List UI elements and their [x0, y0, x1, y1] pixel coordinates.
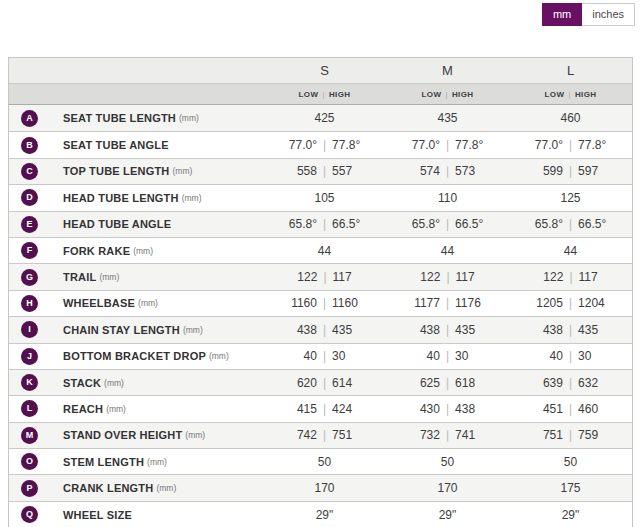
- value-cell-m: 110: [386, 191, 509, 205]
- low-high-header-row: LOW|HIGH LOW|HIGH LOW|HIGH: [9, 83, 632, 105]
- value-cell-m: 65.8°|66.5°: [386, 217, 509, 231]
- measurement-label-cell: O STEM LENGTH (mm): [9, 453, 263, 470]
- value-cell-l: 125: [509, 191, 632, 205]
- row-label: TOP TUBE LENGTH: [63, 165, 170, 177]
- value-cell-l: 65.8°|66.5°: [509, 217, 632, 231]
- pipe-separator: |: [569, 349, 572, 363]
- measurement-value: 625: [420, 376, 440, 390]
- measurement-value: 110: [438, 191, 457, 205]
- row-label: REACH: [63, 403, 103, 415]
- table-row: F FORK RAKE (mm) 44 44 44: [9, 237, 632, 263]
- row-letter-badge: F: [21, 242, 38, 259]
- value-cell-s: 620|614: [263, 376, 386, 390]
- low-high-header-l: LOW|HIGH: [509, 90, 632, 99]
- row-label: STAND OVER HEIGHT: [63, 429, 182, 441]
- value-cell-s: 558|557: [263, 164, 386, 178]
- value-cell-s: 65.8°|66.5°: [263, 217, 386, 231]
- row-label: SEAT TUBE ANGLE: [63, 139, 169, 151]
- row-letter-badge: P: [21, 480, 38, 497]
- measurement-value: 77.0°: [412, 138, 440, 152]
- pipe-separator: |: [323, 349, 326, 363]
- row-label: STACK: [63, 377, 101, 389]
- measurement-value: 66.5°: [578, 217, 606, 231]
- pipe-separator: |: [569, 217, 572, 231]
- value-cell-m: 1177|1176: [386, 296, 509, 310]
- measurement-value: 30: [578, 349, 591, 363]
- row-unit: (mm): [104, 378, 124, 388]
- measurement-value: 117: [333, 270, 352, 284]
- value-cell-m: 732|741: [386, 428, 509, 442]
- measurement-value: 66.5°: [332, 217, 360, 231]
- pipe-separator: |: [446, 402, 449, 416]
- row-letter-badge: I: [21, 321, 38, 338]
- table-row: B SEAT TUBE ANGLE 77.0°|77.8° 77.0°|77.8…: [9, 131, 632, 157]
- measurement-label-cell: E HEAD TUBE ANGLE: [9, 216, 263, 233]
- measurement-label-cell: G TRAIL (mm): [9, 269, 263, 286]
- size-header-l: L: [509, 63, 632, 78]
- value-cell-m: 438|435: [386, 323, 509, 337]
- measurement-value: 44: [564, 244, 577, 258]
- row-unit: (mm): [209, 351, 229, 361]
- measurement-value: 40: [550, 349, 563, 363]
- row-letter-badge: D: [21, 189, 38, 206]
- pipe-separator: |: [323, 270, 326, 284]
- row-unit: (mm): [182, 193, 202, 203]
- measurement-label-cell: M STAND OVER HEIGHT (mm): [9, 427, 263, 444]
- table-row: M STAND OVER HEIGHT (mm) 742|751 732|741…: [9, 422, 632, 448]
- mm-toggle-button[interactable]: mm: [542, 3, 582, 26]
- measurement-value: 122: [297, 270, 317, 284]
- value-cell-s: 40|30: [263, 349, 386, 363]
- size-header-row: S M L: [9, 58, 632, 83]
- row-label: SEAT TUBE LENGTH: [63, 112, 176, 124]
- measurement-value: 77.8°: [455, 138, 483, 152]
- pipe-separator: |: [323, 138, 326, 152]
- measurement-value: 618: [455, 376, 475, 390]
- measurement-value: 751: [332, 428, 352, 442]
- value-cell-s: 50: [263, 455, 386, 469]
- measurement-value: 1204: [578, 296, 605, 310]
- value-cell-s: 438|435: [263, 323, 386, 337]
- row-label: CHAIN STAY LENGTH: [63, 324, 180, 336]
- measurement-label-cell: D HEAD TUBE LENGTH (mm): [9, 189, 263, 206]
- pipe-separator: |: [569, 323, 572, 337]
- measurement-value: 50: [318, 455, 331, 469]
- measurement-value: 460: [578, 402, 598, 416]
- pipe-separator: |: [446, 376, 449, 390]
- measurement-label-cell: J BOTTOM BRACKET DROP (mm): [9, 348, 263, 365]
- measurement-value: 170: [437, 481, 457, 495]
- inches-toggle-button[interactable]: inches: [582, 3, 635, 26]
- pipe-separator: |: [446, 217, 449, 231]
- value-cell-m: 625|618: [386, 376, 509, 390]
- value-cell-l: 50: [509, 455, 632, 469]
- pipe-separator: |: [568, 90, 570, 99]
- value-cell-m: 435: [386, 111, 509, 125]
- value-cell-m: 122|117: [386, 270, 509, 284]
- pipe-separator: |: [445, 90, 447, 99]
- measurement-value: 751: [543, 428, 563, 442]
- row-letter-badge: O: [21, 453, 38, 470]
- measurement-value: 1160: [291, 296, 317, 310]
- pipe-separator: |: [323, 402, 326, 416]
- measurement-value: 175: [560, 481, 580, 495]
- measurement-value: 30: [455, 349, 468, 363]
- row-label: WHEELBASE: [63, 297, 135, 309]
- measurement-label-cell: P CRANK LENGTH (mm): [9, 480, 263, 497]
- row-letter-badge: G: [21, 269, 38, 286]
- measurement-label-cell: I CHAIN STAY LENGTH (mm): [9, 321, 263, 338]
- pipe-separator: |: [323, 428, 326, 442]
- measurement-value: 620: [297, 376, 317, 390]
- row-label: FORK RAKE: [63, 245, 130, 257]
- value-cell-l: 175: [509, 481, 632, 495]
- value-cell-m: 29": [386, 508, 509, 522]
- pipe-separator: |: [446, 323, 449, 337]
- row-unit: (mm): [138, 298, 158, 308]
- measurement-value: 77.8°: [578, 138, 606, 152]
- measurement-value: 29": [562, 508, 580, 522]
- value-cell-l: 44: [509, 244, 632, 258]
- pipe-separator: |: [322, 90, 324, 99]
- table-row: H WHEELBASE (mm) 1160|1160 1177|1176 120…: [9, 290, 632, 316]
- table-row: A SEAT TUBE LENGTH (mm) 425 435 460: [9, 105, 632, 131]
- measurement-value: 460: [560, 111, 580, 125]
- value-cell-l: 460: [509, 111, 632, 125]
- measurement-value: 438: [297, 323, 317, 337]
